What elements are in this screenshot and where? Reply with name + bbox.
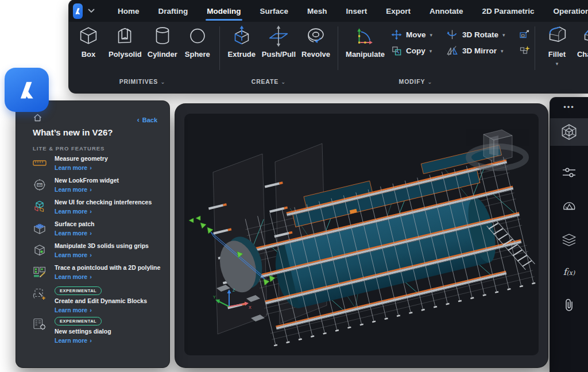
learn-more-link[interactable]: Learn more› [55, 164, 108, 171]
group-fillet-chamfer: Fillet ▾ Chamfer ▾ [540, 23, 588, 66]
tab-mesh[interactable]: Mesh [307, 7, 327, 16]
scale-icon [520, 30, 529, 38]
tool-label: 3D Rotate [462, 30, 498, 39]
tab-2d-parametric[interactable]: 2D Parametric [482, 7, 535, 16]
tool-label: Sphere [185, 50, 210, 59]
extrude-tool[interactable]: Extrude [225, 23, 259, 59]
group-primitives: Box Polysolid Cylinder [71, 23, 215, 59]
sphere-tool[interactable]: Sphere [180, 23, 215, 59]
adjust-sliders-button[interactable] [562, 165, 577, 179]
cylinder-tool[interactable]: Cylinder [145, 23, 180, 59]
revolve-icon [304, 24, 328, 48]
layers-button[interactable] [561, 233, 577, 248]
copy-tool[interactable]: Copy ▾ [391, 45, 446, 56]
tab-insert[interactable]: Insert [346, 7, 368, 16]
chamfer-tool[interactable]: Chamfer ▾ [574, 23, 588, 66]
scale-tool[interactable] [520, 30, 530, 38]
polysolid-tool[interactable]: Polysolid [106, 23, 145, 59]
caret-down-icon[interactable]: ▾ [430, 32, 432, 38]
mirror-3d-icon [446, 45, 458, 57]
paperclip-icon [563, 297, 575, 313]
ribbon: Home Drafting Modeling Surface Mesh Inse… [69, 0, 588, 93]
list-item: Measure geometry Learn more› [16, 155, 169, 177]
list-item: TOP New LookFrom widget Learn more› [16, 177, 169, 199]
model-browser-icon [560, 123, 578, 141]
move-icon [391, 29, 402, 40]
tab-home[interactable]: Home [118, 7, 140, 16]
tool-label: Copy [406, 46, 425, 55]
home-icon [33, 113, 42, 122]
ellipsis-icon: ••• [563, 103, 575, 111]
feature-title: Trace a pointcloud with a 2D polyline [55, 264, 160, 271]
tab-export[interactable]: Export [386, 7, 411, 16]
learn-more-link[interactable]: Learn more› [55, 273, 160, 280]
learn-more-link[interactable]: Learn more› [55, 251, 149, 258]
parameters-button[interactable]: f(x) [563, 268, 575, 278]
move-tool[interactable]: Move ▾ [391, 29, 446, 40]
materials-button[interactable] [562, 199, 577, 214]
learn-more-link[interactable]: Learn more› [55, 208, 152, 215]
model-browser-button[interactable] [550, 118, 588, 146]
revolve-tool[interactable]: Revolve [299, 23, 333, 59]
tab-surface[interactable]: Surface [260, 7, 289, 16]
list-item: Trace a pointcloud with a 2D polyline Le… [16, 264, 169, 286]
rotate3d-tool[interactable]: 3D Rotate ▾ [446, 29, 519, 41]
experimental-badge: EXPERIMENTAL [55, 286, 102, 295]
back-arrow-icon: ‹ [137, 116, 140, 124]
app-logo-button[interactable] [73, 3, 83, 19]
modify-extra-tools [520, 30, 530, 55]
list-item: Manipulate 3D solids using grips Learn m… [16, 242, 169, 264]
learn-more-link[interactable]: Learn more› [55, 230, 94, 237]
group-label-primitives[interactable]: PRIMITIVES⌄ [119, 78, 166, 85]
cylinder-icon [150, 24, 175, 48]
tab-bar: Home Drafting Modeling Surface Mesh Inse… [118, 7, 588, 16]
learn-more-link[interactable]: Learn more› [55, 186, 119, 193]
list-item: EXPERIMENTAL New settings dialog Learn m… [16, 316, 169, 347]
tool-label: Cylinder [148, 50, 177, 59]
tool-label: Box [82, 50, 96, 59]
group-label-text: PRIMITIVES [119, 78, 158, 85]
explode-icon [520, 45, 530, 55]
tab-annotate[interactable]: Annotate [430, 7, 463, 16]
group-label-create[interactable]: CREATE⌄ [252, 78, 286, 85]
home-button[interactable] [33, 113, 42, 122]
grips-cube-icon [33, 243, 47, 257]
caret-down-icon[interactable]: ▾ [556, 61, 559, 66]
pushpull-tool[interactable]: Push/Pull [259, 23, 299, 59]
mirror3d-tool[interactable]: 3D Mirror ▾ [446, 45, 519, 57]
svg-text:Z: Z [233, 288, 235, 292]
explode-tool[interactable] [520, 45, 530, 55]
viewport-canvas[interactable]: Z Y X [184, 114, 539, 355]
quick-access-chevron[interactable] [88, 9, 95, 13]
chevron-down-icon: ⌄ [160, 79, 165, 85]
forward-arrow-icon: › [90, 273, 92, 280]
manipulate-tool[interactable]: Manipulate [343, 23, 388, 59]
learn-more-link[interactable]: Learn more› [55, 337, 111, 344]
attachments-button[interactable] [563, 297, 575, 313]
box-icon [76, 24, 100, 48]
tab-modeling[interactable]: Modeling [207, 7, 241, 16]
feature-title: Surface patch [55, 220, 94, 227]
caret-down-icon[interactable]: ▾ [502, 32, 505, 38]
fillet-tool[interactable]: Fillet ▾ [540, 23, 574, 66]
tool-label: Move [406, 30, 426, 39]
tab-drafting[interactable]: Drafting [158, 7, 188, 16]
materials-icon [562, 199, 577, 214]
tool-label: Manipulate [346, 50, 385, 59]
chevron-down-icon: ⌄ [427, 79, 432, 85]
forward-arrow-icon: › [90, 251, 92, 258]
box-tool[interactable]: Box [71, 23, 106, 59]
caret-down-icon[interactable]: ▾ [501, 48, 504, 54]
feature-title: New LookFrom widget [55, 177, 119, 184]
more-options-button[interactable]: ••• [563, 103, 575, 111]
back-button[interactable]: ‹Back [137, 116, 157, 124]
ruler-icon [33, 156, 47, 170]
tool-label: Push/Pull [262, 50, 296, 59]
group-label-modify[interactable]: MODIFY⌄ [399, 78, 433, 85]
feature-title: Manipulate 3D solids using grips [55, 242, 149, 249]
group-label-text: CREATE [252, 78, 278, 85]
caret-down-icon[interactable]: ▾ [430, 48, 432, 54]
pointcloud-trace-icon [33, 265, 47, 279]
tab-operations[interactable]: Operations [553, 7, 588, 16]
learn-more-link[interactable]: Learn more› [55, 307, 147, 313]
